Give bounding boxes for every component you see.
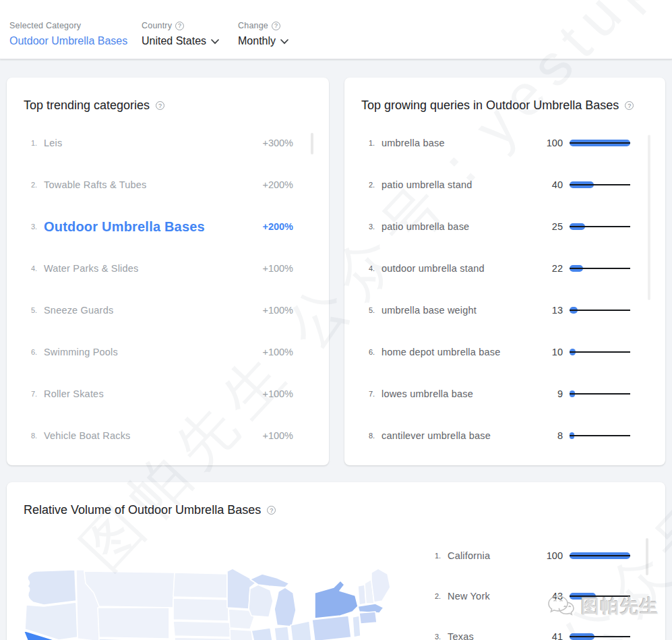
query-value: 25	[534, 221, 563, 232]
state-washington	[28, 570, 76, 605]
change-percent: +100%	[262, 430, 293, 441]
trending-list-item[interactable]: 4. Water Parks & Slides +100%	[31, 248, 293, 289]
selected-category-link[interactable]: Outdoor Umbrella Bases	[9, 35, 127, 47]
trending-list-item[interactable]: 3. Outdoor Umbrella Bases +200%	[31, 206, 293, 248]
bar-axis-line	[570, 555, 630, 556]
bar-axis-line	[570, 636, 630, 637]
item-rank: 6.	[31, 348, 40, 356]
selected-category-group: Selected Category Outdoor Umbrella Bases	[9, 21, 127, 47]
state-indiana	[274, 627, 291, 640]
state-label: Texas	[448, 631, 534, 640]
scrollbar-thumb[interactable]	[648, 135, 650, 300]
relative-volume-card: Relative Volume of Outdoor Umbrella Base…	[7, 482, 665, 640]
queries-card-title: Top growing queries in Outdoor Umbrella …	[344, 78, 665, 113]
category-label: Leis	[44, 138, 262, 148]
query-value: 100	[534, 138, 563, 148]
value-bar	[570, 552, 630, 560]
country-dropdown[interactable]: United States	[142, 35, 219, 47]
trending-list: 1. Leis +300% 2. Towable Rafts & Tubes +…	[7, 122, 329, 457]
query-label: home depot umbrella base	[381, 347, 534, 357]
scrollbar-thumb[interactable]	[311, 133, 313, 154]
trending-list-item[interactable]: 6. Swimming Pools +100%	[31, 331, 293, 373]
trending-categories-card: Top trending categories ? 1. Leis +300% …	[7, 78, 329, 465]
change-percent: +100%	[262, 347, 293, 357]
state-wisconsin	[249, 585, 273, 617]
state-label: New York	[448, 591, 534, 602]
help-icon[interactable]: ?	[175, 22, 184, 30]
trending-list-item[interactable]: 7. Roller Skates +100%	[31, 373, 293, 415]
item-rank: 3.	[31, 223, 40, 231]
trending-list-item[interactable]: 8. Vehicle Boat Racks +100%	[31, 415, 293, 457]
chevron-down-icon	[280, 39, 288, 45]
query-label: outdoor umbrella stand	[381, 263, 534, 274]
bar-axis-line	[570, 226, 630, 227]
help-icon[interactable]: ?	[267, 506, 276, 515]
bar-axis-line	[570, 184, 630, 185]
state-value: 41	[534, 631, 563, 640]
change-dropdown[interactable]: Monthly	[238, 35, 288, 47]
change-percent: +200%	[262, 221, 293, 232]
change-percent: +100%	[262, 305, 293, 316]
item-rank: 1.	[369, 139, 378, 147]
query-list-item[interactable]: 6. home depot umbrella base 10	[369, 331, 630, 373]
state-wyoming	[98, 608, 169, 639]
state-ohio	[291, 621, 312, 640]
help-icon[interactable]: ?	[272, 22, 280, 30]
state-north-dakota	[173, 573, 227, 598]
value-bar	[570, 181, 630, 189]
scrollbar-thumb[interactable]	[646, 538, 648, 575]
query-value: 13	[534, 305, 563, 316]
change-percent: +200%	[262, 179, 293, 190]
volume-card-title: Relative Volume of Outdoor Umbrella Base…	[7, 482, 665, 517]
queries-list: 1. umbrella base 100 2. patio umbrella s…	[344, 122, 665, 457]
query-list-item[interactable]: 4. outdoor umbrella stand 22	[369, 248, 630, 289]
item-rank: 3.	[369, 223, 378, 231]
item-rank: 2.	[369, 181, 378, 189]
help-icon[interactable]: ?	[625, 101, 634, 110]
bar-axis-line	[570, 351, 630, 353]
query-list-item[interactable]: 3. patio umbrella base 25	[369, 206, 630, 248]
country-label: Country ?	[142, 21, 219, 30]
bar-axis-line	[570, 310, 630, 311]
state-connecticut	[359, 612, 377, 624]
state-new-york	[315, 581, 358, 618]
help-icon[interactable]: ?	[156, 101, 164, 110]
bar-axis-line	[570, 268, 630, 269]
query-list-item[interactable]: 7. lowes umbrella base 9	[369, 373, 630, 415]
category-label: Sneeze Guards	[44, 305, 262, 316]
query-list-item[interactable]: 8. cantilever umbrella base 8	[369, 415, 630, 457]
item-rank: 8.	[31, 432, 40, 440]
change-percent: +100%	[262, 263, 293, 274]
volume-list-item[interactable]: 3. Texas 41	[435, 616, 630, 640]
query-value: 10	[534, 347, 563, 357]
query-value: 8	[534, 430, 563, 441]
state-pennsylvania	[312, 616, 351, 640]
change-percent: +100%	[262, 388, 293, 399]
state-kansas	[175, 637, 238, 640]
item-rank: 8.	[369, 432, 378, 440]
item-rank: 4.	[369, 264, 378, 272]
query-list-item[interactable]: 1. umbrella base 100	[369, 122, 630, 164]
trending-card-title: Top trending categories ?	[7, 78, 329, 113]
trending-list-item[interactable]: 1. Leis +300%	[31, 122, 293, 164]
query-value: 40	[534, 179, 563, 190]
trending-list-item[interactable]: 2. Towable Rafts & Tubes +200%	[31, 164, 293, 206]
volume-list-item[interactable]: 2. New York 43	[435, 576, 630, 616]
value-bar	[570, 633, 630, 640]
item-rank: 5.	[31, 306, 40, 314]
us-choropleth-map[interactable]	[17, 569, 411, 640]
state-south-dakota	[173, 598, 228, 621]
category-label: Towable Rafts & Tubes	[44, 179, 262, 190]
value-bar	[570, 390, 630, 398]
state-value: 43	[534, 591, 563, 602]
volume-list-item[interactable]: 1. California 100	[435, 535, 630, 576]
selected-category-label: Selected Category	[9, 21, 127, 30]
trending-list-item[interactable]: 5. Sneeze Guards +100%	[31, 289, 293, 331]
item-rank: 1.	[435, 552, 444, 560]
state-label: California	[448, 550, 534, 561]
query-list-item[interactable]: 2. patio umbrella stand 40	[369, 164, 630, 206]
item-rank: 6.	[369, 348, 378, 356]
page: Selected Category Outdoor Umbrella Bases…	[0, 0, 672, 640]
query-list-item[interactable]: 5. umbrella base weight 13	[369, 289, 630, 331]
change-percent: +300%	[262, 138, 293, 148]
